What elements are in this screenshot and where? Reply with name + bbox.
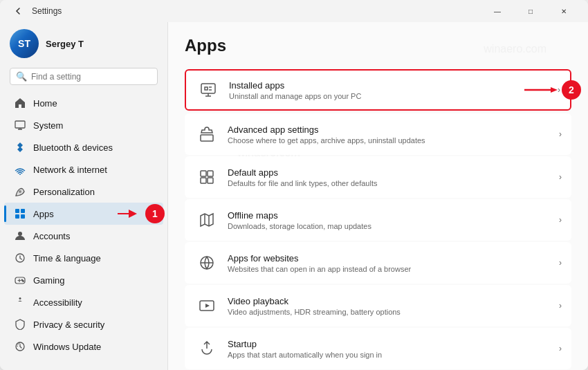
sidebar-item-gaming[interactable]: Gaming — [4, 269, 163, 291]
installed-apps-chevron: › — [558, 85, 560, 95]
network-icon — [14, 163, 26, 176]
default-apps-chevron: › — [559, 172, 562, 182]
offline-maps-text: Offline maps Downloads, storage location… — [228, 210, 553, 230]
sidebar-item-network-label: Network & internet — [33, 165, 107, 175]
sidebar-item-accessibility-label: Accessibility — [33, 297, 82, 308]
advanced-chevron: › — [559, 129, 562, 139]
user-name: Sergey T — [46, 39, 84, 49]
svg-point-11 — [23, 281, 24, 282]
video-playback-text: Video playback Video adjustments, HDR st… — [228, 296, 553, 316]
sidebar-item-windows-update[interactable]: Windows Update — [4, 335, 163, 358]
installed-apps-item[interactable]: Installed apps Uninstall and manage apps… — [185, 69, 571, 111]
search-box[interactable]: 🔍 — [10, 68, 158, 85]
sidebar-item-accounts-label: Accounts — [33, 231, 70, 241]
installed-apps-icon — [196, 77, 221, 102]
sidebar-item-bluetooth[interactable]: Bluetooth & devices — [4, 136, 163, 158]
default-apps-item[interactable]: Default apps Defaults for file and link … — [185, 156, 571, 198]
svg-point-1 — [19, 174, 21, 175]
video-playback-desc: Video adjustments, HDR streaming, batter… — [228, 308, 553, 316]
svg-marker-23 — [205, 304, 210, 308]
sidebar-item-apps[interactable]: Apps 1 — [4, 203, 163, 225]
svg-rect-18 — [208, 171, 213, 176]
sidebar: ST Sergey T 🔍 Home System — [0, 22, 167, 370]
sidebar-item-home[interactable]: Home — [4, 92, 163, 114]
svg-rect-19 — [201, 178, 206, 183]
main-panel: winaero.com winaero.com winaero.com wina… — [167, 22, 588, 370]
sidebar-item-personalization[interactable]: Personalization — [4, 181, 163, 203]
sidebar-item-windows-update-label: Windows Update — [33, 342, 101, 352]
system-icon — [14, 119, 26, 131]
apps-for-websites-chevron: › — [559, 258, 562, 268]
minimize-button[interactable]: — — [481, 0, 513, 22]
offline-maps-desc: Downloads, storage location, map updates — [228, 222, 553, 230]
svg-point-2 — [19, 190, 21, 193]
svg-rect-0 — [15, 121, 25, 128]
accessibility-icon — [14, 296, 26, 308]
home-icon — [14, 97, 26, 109]
personalization-icon — [14, 185, 26, 198]
offline-maps-icon — [194, 207, 219, 232]
startup-title: Startup — [228, 339, 553, 349]
annotation-badge-1: 1 — [145, 204, 165, 223]
sidebar-item-system-label: System — [33, 120, 63, 131]
sidebar-item-system[interactable]: System — [4, 114, 163, 136]
svg-rect-3 — [15, 209, 19, 213]
advanced-app-settings-item[interactable]: Advanced app settings Choose where to ge… — [185, 113, 571, 155]
default-apps-text: Default apps Defaults for file and link … — [228, 167, 553, 187]
sidebar-item-time[interactable]: Time & language — [4, 247, 163, 269]
sidebar-item-privacy-label: Privacy & security — [33, 320, 104, 330]
svg-rect-4 — [21, 209, 25, 213]
sidebar-item-time-label: Time & language — [33, 253, 101, 263]
advanced-app-settings-desc: Choose where to get apps, archive apps, … — [228, 136, 553, 145]
avatar-image: ST — [10, 29, 39, 58]
sidebar-item-bluetooth-label: Bluetooth & devices — [33, 142, 113, 153]
maximize-button[interactable]: □ — [515, 0, 546, 22]
gaming-icon — [14, 274, 26, 286]
startup-icon — [194, 336, 219, 361]
svg-rect-6 — [21, 214, 25, 219]
sidebar-item-apps-label: Apps — [33, 209, 54, 219]
sidebar-item-accounts[interactable]: Accounts — [4, 225, 163, 247]
video-playback-title: Video playback — [228, 296, 553, 306]
advanced-app-settings-text: Advanced app settings Choose where to ge… — [228, 124, 553, 145]
startup-text: Startup Apps that start automatically wh… — [228, 339, 553, 359]
content-area: ST Sergey T 🔍 Home System — [0, 22, 588, 370]
privacy-icon — [14, 318, 26, 331]
sidebar-item-home-label: Home — [33, 98, 57, 109]
windows-update-icon — [14, 340, 26, 353]
window-title: Settings — [32, 6, 481, 16]
startup-chevron: › — [559, 344, 562, 353]
settings-list: Installed apps Uninstall and manage apps… — [185, 69, 571, 369]
window-controls: — □ ✕ — [481, 0, 580, 22]
accounts-icon — [14, 230, 26, 242]
bluetooth-icon — [14, 141, 26, 154]
offline-maps-item[interactable]: Offline maps Downloads, storage location… — [185, 199, 571, 241]
svg-point-7 — [18, 232, 22, 236]
search-icon: 🔍 — [16, 71, 27, 82]
offline-maps-title: Offline maps — [228, 210, 553, 221]
svg-point-12 — [19, 297, 21, 299]
default-apps-desc: Defaults for file and link types, other … — [228, 179, 553, 187]
back-button[interactable] — [8, 1, 28, 21]
installed-apps-title: Installed apps — [229, 80, 552, 91]
apps-icon — [14, 207, 26, 220]
sidebar-item-accessibility[interactable]: Accessibility — [4, 291, 163, 313]
sidebar-item-privacy[interactable]: Privacy & security — [4, 313, 163, 335]
advanced-app-settings-icon — [194, 122, 219, 147]
svg-rect-16 — [201, 135, 213, 141]
installed-apps-desc: Uninstall and manage apps on your PC — [229, 92, 552, 100]
search-input[interactable] — [31, 72, 151, 82]
user-section: ST Sergey T — [0, 22, 167, 68]
default-apps-icon — [194, 165, 219, 189]
close-button[interactable]: ✕ — [548, 0, 580, 22]
sidebar-item-network[interactable]: Network & internet — [4, 158, 163, 181]
advanced-app-settings-title: Advanced app settings — [228, 124, 553, 135]
startup-item[interactable]: Startup Apps that start automatically wh… — [185, 328, 571, 369]
settings-window: Settings — □ ✕ ST Sergey T 🔍 — [0, 0, 588, 370]
svg-rect-17 — [201, 171, 206, 176]
video-playback-chevron: › — [559, 301, 562, 311]
titlebar: Settings — □ ✕ — [0, 0, 588, 22]
video-playback-icon — [194, 293, 219, 318]
video-playback-item[interactable]: Video playback Video adjustments, HDR st… — [185, 285, 571, 326]
apps-for-websites-item[interactable]: Apps for websites Websites that can open… — [185, 242, 571, 284]
